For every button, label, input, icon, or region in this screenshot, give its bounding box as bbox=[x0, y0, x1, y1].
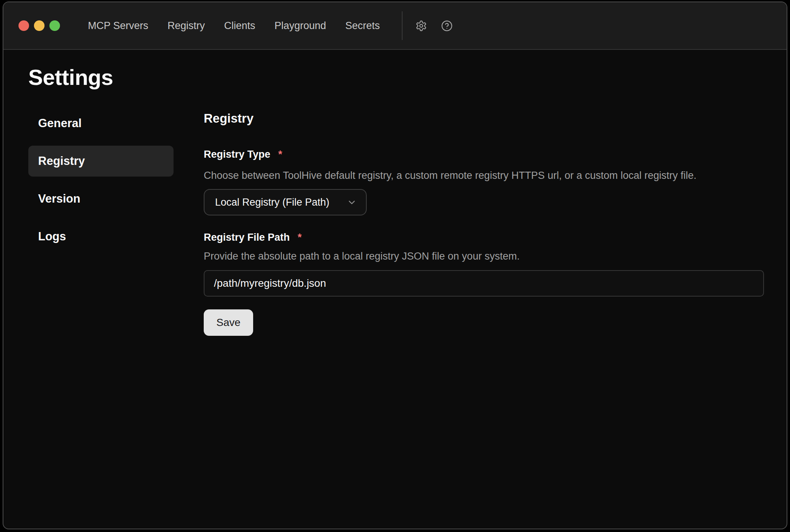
sidebar-item-label: Logs bbox=[38, 230, 66, 243]
nav-item-secrets[interactable]: Secrets bbox=[345, 21, 380, 31]
nav-item-mcp-servers[interactable]: MCP Servers bbox=[88, 21, 148, 31]
app-window: MCP Servers Registry Clients Playground … bbox=[3, 2, 787, 529]
sidebar-item-logs[interactable]: Logs bbox=[28, 221, 174, 252]
nav-divider bbox=[402, 11, 403, 40]
registry-type-description: Choose between ToolHive default registry… bbox=[204, 170, 764, 181]
registry-type-select[interactable]: Local Registry (File Path) bbox=[204, 189, 367, 215]
registry-settings-panel: Registry Registry Type * Choose between … bbox=[204, 108, 764, 336]
settings-page: Settings General Registry Version Logs R… bbox=[3, 50, 787, 336]
settings-sidebar: General Registry Version Logs bbox=[28, 108, 174, 336]
nav-item-registry[interactable]: Registry bbox=[168, 21, 205, 31]
title-bar: MCP Servers Registry Clients Playground … bbox=[3, 2, 787, 50]
top-nav: MCP Servers Registry Clients Playground … bbox=[88, 21, 380, 31]
nav-item-clients[interactable]: Clients bbox=[224, 21, 255, 31]
sidebar-item-registry[interactable]: Registry bbox=[28, 146, 174, 177]
registry-file-path-label: Registry File Path * bbox=[204, 232, 764, 243]
required-asterisk: * bbox=[298, 232, 302, 243]
nav-item-playground[interactable]: Playground bbox=[275, 21, 326, 31]
required-asterisk: * bbox=[278, 149, 283, 160]
minimize-button[interactable] bbox=[34, 20, 45, 31]
registry-file-path-description: Provide the absolute path to a local reg… bbox=[204, 251, 764, 262]
section-heading: Registry bbox=[204, 111, 764, 126]
sidebar-item-label: Registry bbox=[38, 154, 85, 168]
registry-file-path-input[interactable] bbox=[204, 270, 764, 297]
window-controls bbox=[18, 20, 60, 31]
sidebar-item-version[interactable]: Version bbox=[28, 183, 174, 214]
registry-type-label: Registry Type * bbox=[204, 149, 764, 160]
save-button[interactable]: Save bbox=[204, 309, 253, 336]
registry-type-selected-value: Local Registry (File Path) bbox=[215, 197, 329, 208]
sidebar-item-label: General bbox=[38, 117, 81, 130]
page-title: Settings bbox=[28, 64, 787, 91]
sidebar-item-label: Version bbox=[38, 192, 80, 206]
help-icon[interactable] bbox=[441, 20, 453, 32]
zoom-button[interactable] bbox=[49, 20, 60, 31]
settings-gear-icon[interactable] bbox=[415, 20, 427, 32]
close-button[interactable] bbox=[18, 20, 29, 31]
chevron-down-icon bbox=[347, 197, 357, 208]
sidebar-item-general[interactable]: General bbox=[28, 108, 174, 139]
